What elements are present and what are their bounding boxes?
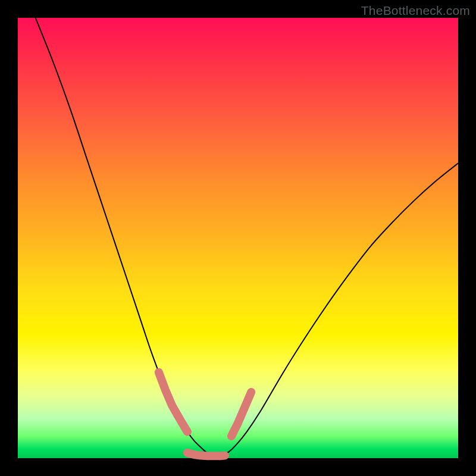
plot-area: [18, 18, 458, 458]
floor-marker-segment: [187, 453, 225, 456]
watermark-text: TheBottleneck.com: [361, 4, 470, 18]
curve-layer: [18, 18, 458, 458]
left-curve: [36, 18, 221, 456]
chart-frame: TheBottleneck.com: [0, 0, 476, 476]
left-marker-segment: [159, 372, 187, 432]
right-curve: [220, 163, 458, 456]
